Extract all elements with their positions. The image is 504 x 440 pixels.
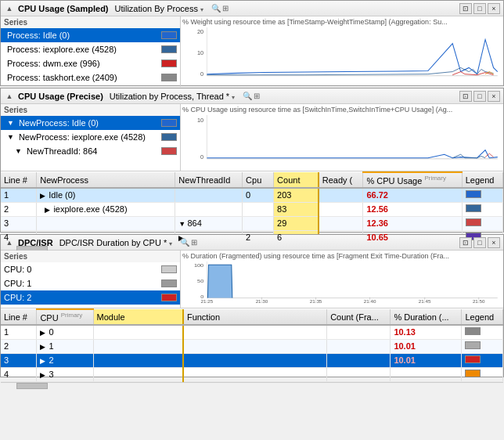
mid-close-button[interactable]: ×: [488, 91, 500, 102]
th-legend[interactable]: Legend: [462, 172, 502, 188]
bot-series-cpu0[interactable]: CPU: 0: [1, 262, 180, 276]
mid-series-idle-label: NewProcess: Idle (0): [19, 118, 158, 128]
cpu-sampled-title: CPU Usage (Sampled): [18, 4, 109, 13]
bot-series-cpu3-label: CPU: 3: [4, 307, 158, 308]
expand-arrow[interactable]: ▶: [45, 206, 51, 214]
mid-series-item-iexplore[interactable]: ▼ NewProcess: iexplore.exe (4528): [1, 130, 180, 144]
cell-ready: [319, 216, 363, 230]
mid-grid-icon[interactable]: ⊞: [254, 92, 260, 100]
bot-cell-duration: 10.13: [391, 325, 462, 339]
series-item-taskhort[interactable]: Process: taskhort.exe (2409): [1, 70, 180, 85]
svg-text:21:30: 21:30: [256, 300, 268, 304]
cpu-sampled-header: ▲ CPU Usage (Sampled) Utilization By Pro…: [1, 1, 503, 16]
table-row-selected[interactable]: 3 ▶ 2 10.01: [1, 353, 503, 367]
th-count[interactable]: Count: [274, 172, 319, 188]
bot-th-count[interactable]: Count (Fra...: [327, 309, 391, 325]
table-row[interactable]: 2 ▶ 1 10.01: [1, 339, 503, 353]
mid-series-item-idle[interactable]: ▼ NewProcess: Idle (0): [1, 116, 180, 130]
bot-cell-line: 1: [1, 325, 37, 339]
bot-series-label: Series: [1, 251, 180, 262]
bot-search-icon[interactable]: 🔍: [180, 238, 189, 247]
cpu-precise-series: Series ▼ NewProcess: Idle (0) ▼ NewProce…: [1, 104, 181, 171]
cpu-sampled-content: Series Process: Idle (0) Process: iexplo…: [1, 16, 503, 87]
cell-process: [37, 216, 175, 230]
bot-restore-button[interactable]: ⊡: [459, 237, 472, 248]
bot-cell-count: [327, 339, 391, 353]
table-row[interactable]: 1 ▶ Idle (0) 0 203 66.72: [1, 188, 503, 202]
table-row[interactable]: 3 ▼ 864 29 12.36: [1, 216, 503, 230]
expand-arrow-bot[interactable]: ▶: [40, 357, 46, 365]
mid-search-icon[interactable]: 🔍: [243, 92, 252, 100]
mid-maximize-button[interactable]: □: [473, 91, 486, 102]
svg-text:50: 50: [197, 279, 203, 283]
mid-panel-toolbar: 🔍 ⊞: [238, 92, 260, 100]
bot-series-cpu3[interactable]: CPU: 3: [1, 305, 180, 308]
close-button[interactable]: ×: [488, 3, 500, 14]
maximize-button[interactable]: □: [473, 3, 486, 14]
cell-thread: ▼ 864: [175, 216, 243, 230]
dpc-isr-chart: % Duration (Fragmented) using resource t…: [181, 251, 503, 308]
bot-series-cpu2-label: CPU: 2: [4, 293, 158, 302]
mid-series-item-thread[interactable]: ▼ NewThreadId: 864: [1, 144, 180, 158]
series-item-dwm-label: Process: dwm.exe (996): [7, 59, 158, 68]
expand-arrow-bot[interactable]: ▶: [40, 329, 46, 337]
bot-series-cpu1[interactable]: CPU: 1: [1, 276, 180, 290]
bot-th-function[interactable]: Function: [183, 309, 327, 325]
bot-th-module[interactable]: Module: [93, 309, 183, 325]
table-row[interactable]: 4 ▶ 3: [1, 367, 503, 381]
cell-process: ▶ Idle (0): [37, 188, 175, 202]
search-icon[interactable]: 🔍: [211, 4, 221, 13]
series-item-dwm[interactable]: Process: dwm.exe (996): [1, 56, 180, 70]
restore-button[interactable]: ⊡: [459, 3, 472, 14]
th-newthreadid[interactable]: NewThreadId: [175, 172, 243, 188]
th-line[interactable]: Line #: [1, 172, 37, 188]
th-cpu-pct[interactable]: % CPU Usage Primary: [363, 172, 462, 188]
expand-arrow[interactable]: ▼: [178, 220, 185, 228]
mid-series-thread-label: NewThreadId: 864: [27, 146, 158, 156]
bot-cell-count: [327, 367, 391, 381]
cpu-precise-header: ▲ CPU Usage (Precise) Utilization by Pro…: [1, 88, 503, 104]
bot-cell-legend: [462, 353, 503, 367]
bot-cell-cpu: ▶ 1: [37, 339, 93, 353]
expand-arrow-bot[interactable]: ▶: [40, 343, 46, 351]
cpu-precise-subtitle: Utilization by Process, Thread * ▾: [110, 92, 235, 101]
series-item-iexplore[interactable]: Process: iexplore.exe (4528): [1, 42, 180, 56]
bot-series-cpu2[interactable]: CPU: 2: [1, 290, 180, 305]
mid-subtitle-dropdown-icon[interactable]: ▾: [232, 94, 235, 101]
th-newprocess[interactable]: NewProcess: [37, 172, 175, 188]
cell-count: 203: [274, 188, 319, 202]
bot-th-cpu[interactable]: CPU Primary: [37, 309, 93, 325]
mid-restore-button[interactable]: ⊡: [459, 91, 472, 102]
thread-expand-icon: ▼: [15, 147, 22, 155]
series-color-dwm: [161, 60, 177, 67]
subtitle-dropdown-icon[interactable]: ▾: [200, 6, 203, 13]
cpu-sampled-svg: 20 10 0: [182, 27, 502, 84]
mid-series-label: Series: [1, 104, 180, 116]
th-ready[interactable]: Ready (: [319, 172, 363, 188]
cell-legend: [462, 202, 502, 216]
bot-close-button[interactable]: ×: [488, 237, 500, 248]
bot-th-duration[interactable]: % Duration (...: [391, 309, 462, 325]
bot-horizontal-scrollbar[interactable]: [1, 382, 503, 390]
bot-th-line[interactable]: Line #: [1, 309, 37, 325]
series-item-taskhort-label: Process: taskhort.exe (2409): [7, 73, 158, 82]
grid-icon[interactable]: ⊞: [222, 4, 229, 13]
table-row[interactable]: 1 ▶ 0 10.13: [1, 325, 503, 339]
series-item-idle[interactable]: Process: Idle (0): [1, 28, 180, 42]
expand-arrow[interactable]: ▶: [40, 192, 46, 200]
cell-legend: [462, 188, 502, 202]
bot-cell-count: [327, 353, 391, 367]
table-row[interactable]: 2 ▶ iexplore.exe (4528) 83 12.56: [1, 202, 503, 216]
cpu-precise-chart: % CPU Usage using resource time as [Swit…: [181, 104, 503, 171]
bot-subtitle-dropdown-icon[interactable]: ▾: [169, 240, 172, 247]
bot-maximize-button[interactable]: □: [473, 237, 486, 248]
panel-window-controls: ⊡ □ ×: [459, 3, 500, 14]
bot-th-legend[interactable]: Legend: [462, 309, 503, 325]
mid-series-color-thread: [161, 147, 177, 155]
expand-arrow-bot[interactable]: ▶: [40, 371, 46, 379]
bot-panel-window-controls: ⊡ □ ×: [459, 237, 500, 248]
th-cpu[interactable]: Cpu: [243, 172, 274, 188]
bot-scroll-thumb[interactable]: [16, 383, 48, 389]
bot-grid-icon[interactable]: ⊞: [191, 238, 197, 247]
cpu-sampled-chart-title: % Weight using resource time as [TimeSta…: [182, 18, 502, 26]
